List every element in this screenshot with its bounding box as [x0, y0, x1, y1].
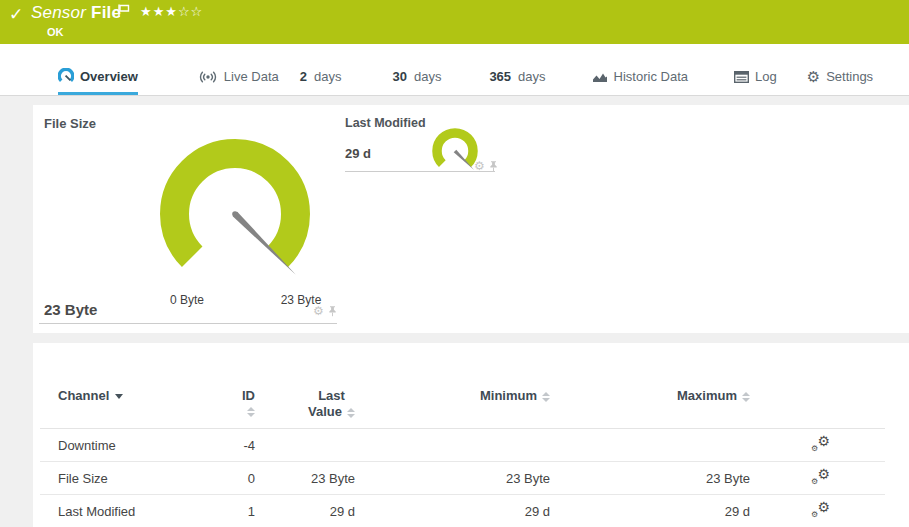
cell-channel: Last Modified: [40, 495, 230, 527]
sort-desc-icon: [115, 394, 123, 399]
file-size-gauge-tools: ⚙: [313, 305, 337, 317]
tab-label: days: [518, 69, 545, 84]
cell-id: -4: [230, 429, 255, 462]
cell-last-value: [255, 429, 355, 462]
channels-table: Channel ID Last Value Minimum: [40, 343, 885, 527]
tab-label: Settings: [826, 69, 873, 84]
file-size-last-value: 23 Byte: [44, 301, 97, 318]
file-size-gauge-title: File Size: [44, 116, 96, 131]
stars-empty: ☆☆: [178, 4, 203, 19]
area-chart-icon: [592, 70, 608, 83]
col-header-minimum[interactable]: Minimum: [355, 343, 550, 429]
col-header-channel[interactable]: Channel: [40, 343, 230, 429]
cell-minimum: 23 Byte: [355, 462, 550, 495]
cell-maximum: 29 d: [550, 495, 750, 527]
file-size-baseline: [39, 323, 337, 324]
cell-settings: ⚙⚙: [750, 462, 885, 495]
tab-label: days: [414, 69, 441, 84]
last-modified-baseline: [345, 171, 495, 172]
sensor-page: ✓ SensorFile ★★★☆☆ OK Overview Live Dat: [0, 0, 909, 527]
tab-historic-data[interactable]: Historic Data: [592, 69, 688, 95]
col-header-id[interactable]: ID: [230, 343, 255, 429]
gauge-icon: [58, 68, 74, 84]
tab-label: Overview: [80, 69, 138, 84]
cell-maximum: [550, 429, 750, 462]
sort-icon: [347, 408, 355, 418]
col-header-maximum[interactable]: Maximum: [550, 343, 750, 429]
status-check-icon: ✓: [9, 4, 23, 25]
broadcast-icon: [198, 70, 218, 84]
col-header-last-value[interactable]: Last Value: [255, 343, 355, 429]
gear-icon: ⚙: [807, 69, 820, 84]
cell-id: 0: [230, 462, 255, 495]
channel-settings-icon[interactable]: ⚙⚙: [811, 436, 830, 452]
cell-id: 1: [230, 495, 255, 527]
status-badge: OK: [47, 26, 64, 38]
priority-stars[interactable]: ★★★☆☆: [140, 4, 203, 19]
stars-filled: ★★★: [140, 4, 178, 19]
cell-last-value: 23 Byte: [255, 462, 355, 495]
tab-label: Log: [755, 69, 777, 84]
sort-icon: [742, 392, 750, 402]
tab-30-days[interactable]: 30 days: [392, 69, 441, 95]
flag-icon[interactable]: [117, 4, 131, 18]
tab-number: 365: [489, 69, 511, 84]
gauges-panel: File Size 0 Byte 23 Byte 23 Byte ⚙ Last …: [33, 105, 909, 333]
gauge-settings-icon[interactable]: ⚙: [313, 305, 324, 317]
cell-settings: ⚙⚙: [750, 495, 885, 527]
cell-channel: File Size: [40, 462, 230, 495]
sensor-status-header: ✓ SensorFile ★★★☆☆ OK: [0, 0, 909, 44]
tab-live-data[interactable]: Live Data: [198, 69, 279, 95]
tab-2-days[interactable]: 2 days: [300, 69, 342, 95]
tab-number: 30: [392, 69, 406, 84]
log-list-icon: [734, 71, 749, 83]
pin-icon[interactable]: [328, 305, 337, 317]
table-row-file-size[interactable]: File Size 0 23 Byte 23 Byte 23 Byte ⚙⚙: [40, 462, 885, 495]
tab-label: Live Data: [224, 69, 279, 84]
table-header-row: Channel ID Last Value Minimum: [40, 343, 885, 429]
channels-panel: Channel ID Last Value Minimum: [33, 343, 909, 527]
tab-365-days[interactable]: 365 days: [489, 69, 545, 95]
channel-settings-icon[interactable]: ⚙⚙: [811, 469, 830, 485]
tab-overview[interactable]: Overview: [58, 68, 138, 95]
tab-log[interactable]: Log: [734, 69, 777, 95]
tab-settings[interactable]: ⚙ Settings: [807, 69, 873, 95]
cell-minimum: 29 d: [355, 495, 550, 527]
last-modified-last-value: 29 d: [345, 146, 371, 161]
sort-icon: [542, 392, 550, 402]
cell-settings: ⚙⚙: [750, 429, 885, 462]
tab-label: days: [314, 69, 341, 84]
overview-content: File Size 0 Byte 23 Byte 23 Byte ⚙ Last …: [0, 96, 909, 527]
tab-label: Historic Data: [614, 69, 688, 84]
gauge-scale-min: 0 Byte: [155, 293, 219, 307]
cell-minimum: [355, 429, 550, 462]
channel-settings-icon[interactable]: ⚙⚙: [811, 502, 830, 518]
cell-channel: Downtime: [40, 429, 230, 462]
sort-icon: [247, 407, 255, 417]
table-row-last-modified[interactable]: Last Modified 1 29 d 29 d 29 d ⚙⚙: [40, 495, 885, 527]
file-size-gauge: [145, 120, 345, 295]
cell-maximum: 23 Byte: [550, 462, 750, 495]
col-header-settings: [750, 343, 885, 429]
tab-number: 2: [300, 69, 307, 84]
sensor-type-label: Sensor: [31, 3, 86, 22]
cell-last-value: 29 d: [255, 495, 355, 527]
last-modified-gauge-title: Last Modified: [345, 116, 426, 130]
tab-bar: Overview Live Data 2 days 30 days 365 da…: [0, 44, 909, 96]
table-row-downtime[interactable]: Downtime -4 ⚙⚙: [40, 429, 885, 462]
page-title: SensorFile: [31, 3, 121, 23]
